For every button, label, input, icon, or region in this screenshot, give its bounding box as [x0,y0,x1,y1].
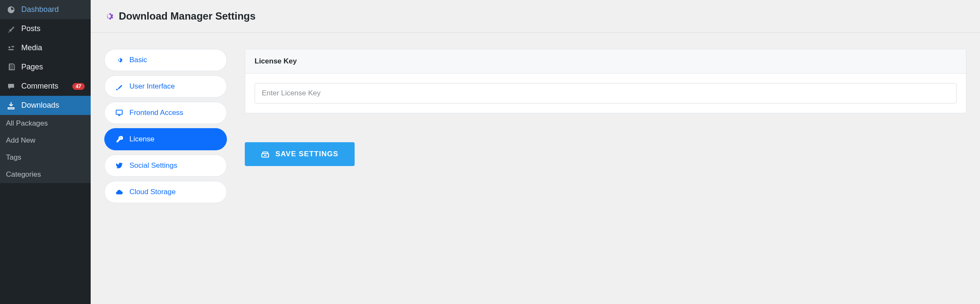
comments-count-badge: 47 [72,83,85,90]
panel-body [245,74,966,113]
page-title: Download Manager Settings [119,10,255,22]
pin-icon [6,25,16,33]
tab-label: Cloud Storage [129,188,176,196]
monitor-icon [115,109,123,117]
settings-panel-wrap: License Key SAVE SETTINGS [245,49,966,166]
tab-frontend-access[interactable]: Frontend Access [104,102,227,124]
save-icon [261,150,269,158]
tab-basic[interactable]: Basic [104,49,227,71]
submenu-item-add-new[interactable]: Add New [0,132,91,149]
sidebar-item-label: Comments [21,82,70,91]
license-key-panel: License Key [245,49,966,113]
sidebar-item-label: Posts [21,24,85,33]
submenu-item-all-packages[interactable]: All Packages [0,115,91,132]
sidebar-item-pages[interactable]: Pages [0,57,91,77]
gear-icon [115,56,123,64]
settings-tabs: Basic User Interface Frontend Access Lic… [104,49,227,203]
admin-sidebar: Dashboard Posts Media Pages Comments 47 … [0,0,91,304]
tab-label: License [129,135,155,143]
page-header: Download Manager Settings [91,0,980,33]
settings-content: Basic User Interface Frontend Access Lic… [91,33,980,219]
tab-user-interface[interactable]: User Interface [104,75,227,98]
tab-label: User Interface [129,82,175,91]
comment-icon [6,82,16,91]
download-icon [6,101,16,110]
svg-point-0 [9,46,10,48]
sidebar-item-label: Downloads [21,101,85,110]
sidebar-item-label: Dashboard [21,5,85,14]
panel-title: License Key [245,49,966,74]
sidebar-item-dashboard[interactable]: Dashboard [0,0,91,19]
main-content: Download Manager Settings Basic User Int… [91,0,980,304]
gear-icon [104,11,114,21]
sidebar-item-label: Media [21,43,85,52]
pages-icon [6,63,16,72]
tab-label: Frontend Access [129,109,183,117]
submenu-item-categories[interactable]: Categories [0,166,91,183]
cloud-icon [115,188,123,196]
submenu-item-tags[interactable]: Tags [0,149,91,166]
sidebar-item-media[interactable]: Media [0,38,91,57]
sidebar-item-label: Pages [21,63,85,72]
dashboard-icon [6,6,16,14]
tab-cloud-storage[interactable]: Cloud Storage [104,181,227,203]
tab-label: Social Settings [129,161,177,170]
media-icon [6,44,16,52]
twitter-icon [115,162,123,169]
svg-rect-1 [116,110,122,115]
tab-social-settings[interactable]: Social Settings [104,155,227,177]
key-icon [115,135,123,143]
paint-icon [115,83,123,90]
sidebar-item-posts[interactable]: Posts [0,19,91,38]
license-key-input[interactable] [255,83,957,103]
save-button-label: SAVE SETTINGS [275,150,338,158]
sidebar-item-downloads[interactable]: Downloads [0,96,91,115]
tab-label: Basic [129,56,147,64]
tab-license[interactable]: License [104,128,227,150]
sidebar-item-comments[interactable]: Comments 47 [0,77,91,96]
save-settings-button[interactable]: SAVE SETTINGS [245,142,355,166]
